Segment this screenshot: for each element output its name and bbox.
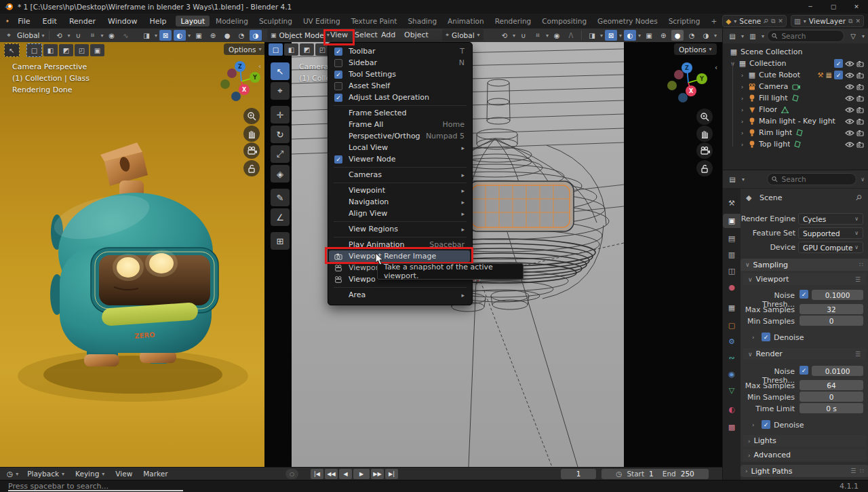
render-noise-threshold-checkbox[interactable]: ✓	[800, 366, 808, 375]
outliner-row-collection[interactable]: ∨ ▦ Collection ✓	[723, 58, 868, 69]
timeline-menu-keying[interactable]: Keying▾	[70, 470, 110, 478]
camera-visibility-icon[interactable]	[856, 95, 865, 102]
hide-eye-icon[interactable]	[845, 60, 854, 67]
tab-object-data[interactable]: ▽	[723, 383, 741, 398]
mid-camera-view-button[interactable]	[696, 143, 713, 159]
expand-icon[interactable]: ›	[738, 118, 747, 125]
left-orientation-value[interactable]: Global	[17, 31, 40, 39]
shading-rendered-icon[interactable]: ◑	[250, 30, 262, 41]
falloff-icon[interactable]: ∿	[120, 30, 132, 41]
shading-solid-icon[interactable]: ●	[671, 30, 684, 41]
mid-options-button[interactable]: Options▾	[674, 43, 717, 55]
left-sidebar-collapse-icon[interactable]: ‹	[258, 62, 261, 70]
workspace-tab-layout[interactable]: Layout	[176, 16, 210, 26]
menu-item-cameras[interactable]: Cameras▸	[329, 169, 470, 181]
viewport-noise-threshold-field[interactable]: 0.1000	[812, 290, 863, 300]
pin-icon[interactable]: ⚲	[854, 193, 864, 203]
workspace-tab-shading[interactable]: Shading	[403, 16, 441, 26]
select-mode-tweak-icon[interactable]: □	[269, 43, 283, 56]
outliner-row-top-light[interactable]: › Top light	[723, 138, 868, 150]
copy-icon[interactable]: ⧉	[771, 18, 775, 25]
hide-eye-icon[interactable]	[845, 83, 854, 90]
render-denoise-checkbox[interactable]: ✓	[762, 420, 770, 429]
snap-target-icon[interactable]: ⌗	[87, 30, 99, 41]
mid-pan-hand-button[interactable]	[696, 126, 713, 142]
show-gizmo-icon[interactable]: ⊠	[605, 30, 617, 41]
rotate-tool[interactable]: ↻	[271, 126, 290, 143]
camera-visibility-icon[interactable]	[856, 130, 865, 136]
hide-eye-icon[interactable]	[845, 107, 854, 113]
menu-item-perspective-orthographic[interactable]: Perspective/OrthographicNumpad 5	[329, 130, 470, 142]
sampling-advanced-subheader[interactable]: ›Advanced	[743, 449, 866, 461]
remove-icon[interactable]: ✕	[855, 18, 861, 24]
preset-icon[interactable]: ☰	[850, 468, 856, 474]
auto-keying-record-icon[interactable]: ○	[285, 469, 298, 479]
annotate-tool[interactable]: ✎	[271, 189, 290, 206]
pivot-icon[interactable]: ⟲	[498, 30, 511, 41]
cursor-tool[interactable]: ⌖	[271, 82, 290, 100]
unlink-icon[interactable]: ✕	[778, 18, 783, 24]
sampling-render-subheader[interactable]: ∨Render☰	[743, 348, 866, 360]
properties-search-input[interactable]	[781, 174, 852, 184]
workspace-tab-animation[interactable]: Animation	[443, 16, 489, 26]
hide-eye-icon[interactable]	[845, 72, 854, 79]
expand-icon[interactable]: ›	[738, 141, 747, 148]
orientation-selector[interactable]: ⌖ Global ▾	[442, 29, 484, 41]
snap-magnet-icon[interactable]: ∪	[517, 30, 530, 41]
hide-eye-icon[interactable]	[845, 95, 854, 102]
show-gizmo-icon[interactable]: ⊠	[159, 30, 172, 41]
expand-icon[interactable]: ›	[752, 421, 755, 428]
play-reverse-button[interactable]: ◀	[339, 469, 352, 479]
shading-wireframe-icon[interactable]: ⊕	[207, 30, 219, 41]
tab-object[interactable]: ▢	[723, 318, 741, 333]
properties-search[interactable]	[767, 173, 856, 185]
expand-icon[interactable]: ›	[738, 72, 747, 79]
tab-constraints[interactable]: ∾	[723, 351, 741, 365]
expand-icon[interactable]: ›	[738, 130, 747, 136]
editor-type-icon[interactable]: ▤	[726, 174, 738, 185]
camera-visibility-icon[interactable]	[856, 118, 865, 125]
hide-eye-icon[interactable]	[845, 118, 854, 125]
outliner-row-main-light[interactable]: › Main light - Key light	[723, 115, 868, 127]
timeline-menu-playback[interactable]: Playback▾	[22, 470, 70, 478]
menu-item-frame-all[interactable]: Frame AllHome	[329, 119, 470, 130]
workspace-tab-scripting[interactable]: Scripting	[664, 16, 705, 26]
filter-icon[interactable]: ▽	[847, 31, 859, 41]
menu-item-tool-settings[interactable]: ✓Tool Settings	[329, 69, 470, 80]
snap-target-icon[interactable]: ⌗	[532, 30, 544, 41]
compositor-icon[interactable]: ▣	[193, 30, 205, 41]
expand-icon[interactable]: ›	[738, 95, 747, 102]
expand-icon[interactable]: ›	[752, 334, 755, 341]
preset-icon[interactable]: ☰	[855, 351, 861, 358]
workspace-tab-sculpting[interactable]: Sculpting	[254, 16, 297, 26]
menu-item-asset-shelf[interactable]: Asset Shelf	[329, 80, 470, 92]
menu-item-align-view[interactable]: Align View▸	[329, 208, 470, 219]
timeline-menu-marker[interactable]: Marker	[138, 470, 173, 478]
workspace-tab-uv-editing[interactable]: UV Editing	[298, 16, 345, 26]
mid-axis-gizmo[interactable]: Z Y X	[667, 60, 710, 103]
workspace-tab-compositing[interactable]: Compositing	[537, 16, 591, 26]
outliner-row-cute-robot[interactable]: › ▦ Cute Robot ⚒ ▦ ✓	[723, 69, 868, 81]
time-limit-field[interactable]: 0 s	[800, 403, 863, 413]
select-mode-box-icon[interactable]: ◧	[284, 43, 298, 56]
menu-window[interactable]: Window	[102, 17, 143, 26]
menu-item-toolbar[interactable]: ✓ToolbarT	[329, 45, 470, 57]
tab-view-layer[interactable]: ▥	[723, 248, 741, 262]
left-zoom-button[interactable]	[243, 108, 260, 124]
tab-physics[interactable]: ◉	[723, 367, 741, 381]
camera-visibility-icon[interactable]	[856, 83, 865, 90]
left-lock-button[interactable]	[243, 160, 260, 176]
viewport-max-samples-field[interactable]: 32	[800, 304, 863, 314]
select-box-tool[interactable]: ↖	[271, 62, 290, 80]
tab-collection[interactable]: ▦	[723, 301, 741, 315]
show-overlays-icon[interactable]: ◨	[140, 30, 153, 41]
select-mode-extend-icon[interactable]: ▣	[90, 44, 104, 56]
play-button[interactable]: ▶	[353, 469, 370, 479]
pin-icon[interactable]: ⚲	[762, 17, 770, 25]
current-frame-field[interactable]: 1	[561, 469, 596, 479]
falloff-icon[interactable]: Λ	[565, 30, 577, 41]
maximize-icon[interactable]: ▢	[822, 0, 845, 14]
shading-wireframe-icon[interactable]: ⊕	[657, 30, 669, 41]
prev-keyframe-button[interactable]: ◀◀	[325, 469, 338, 479]
hide-eye-icon[interactable]	[845, 130, 854, 136]
